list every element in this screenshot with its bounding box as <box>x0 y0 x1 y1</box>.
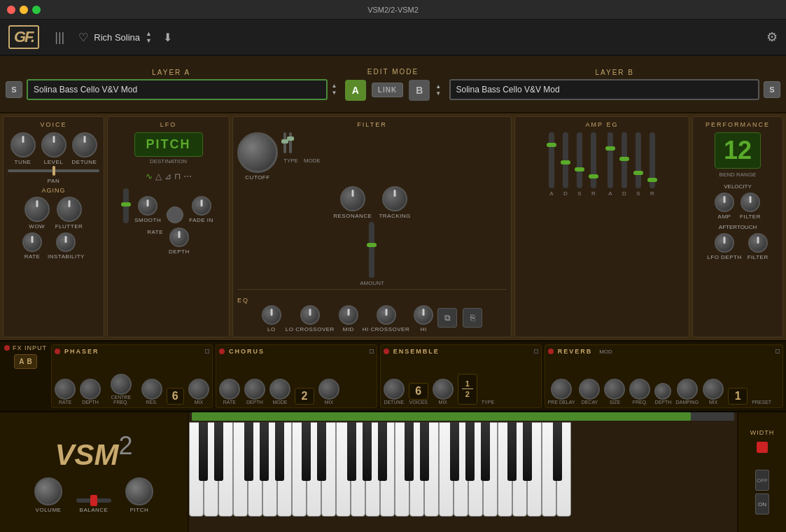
resonance-knob[interactable] <box>340 186 365 211</box>
maximize-button[interactable] <box>32 6 41 14</box>
eq-hi-knob[interactable] <box>414 305 433 325</box>
vel-amp-knob[interactable] <box>715 192 734 212</box>
off-indicator[interactable]: OFF <box>755 470 769 491</box>
key-ds1[interactable] <box>214 422 223 481</box>
key-fs4[interactable] <box>553 422 562 481</box>
edit-mode-up[interactable]: ▲ <box>435 84 441 90</box>
volume-knob[interactable] <box>34 477 62 505</box>
s1-slider[interactable] <box>577 132 582 188</box>
key-as3[interactable] <box>481 422 490 481</box>
filter-mode-slider[interactable] <box>289 132 292 153</box>
minimize-button[interactable] <box>20 6 28 14</box>
reverb-damping-knob[interactable] <box>677 379 698 400</box>
preset-nav-arrows[interactable]: ▲ ▼ <box>146 31 152 44</box>
at-filter-knob[interactable] <box>748 233 768 253</box>
filter-type-slider[interactable] <box>283 132 286 153</box>
edit-mode-ud[interactable]: ▲ ▼ <box>435 84 441 97</box>
octave-4[interactable] <box>498 422 571 527</box>
chorus-value[interactable]: 2 <box>295 388 314 405</box>
reverb-size-knob[interactable] <box>604 379 625 400</box>
eq-locross-knob[interactable] <box>300 305 320 325</box>
width-led[interactable] <box>757 442 768 453</box>
key-fs2[interactable] <box>347 422 356 481</box>
tracking-knob[interactable] <box>382 186 407 211</box>
tune-knob[interactable] <box>10 132 36 158</box>
key-as2[interactable] <box>378 422 387 481</box>
layer-a-solo-button[interactable]: S <box>6 81 22 98</box>
lfo-smooth-knob[interactable] <box>138 196 157 216</box>
lfo-depth-knob[interactable] <box>169 227 189 247</box>
key-gs2[interactable] <box>363 422 372 481</box>
octave-1[interactable] <box>189 422 292 527</box>
r1-slider[interactable] <box>591 132 596 188</box>
layer-b-preset[interactable]: Solina Bass Cello V&V Mod <box>449 79 760 100</box>
flutter-knob[interactable] <box>57 197 82 222</box>
a2-slider[interactable] <box>608 132 613 188</box>
phaser-centre-knob[interactable] <box>111 374 132 395</box>
on-indicator[interactable]: ON <box>755 493 769 514</box>
ensemble-detune-knob[interactable] <box>384 379 405 400</box>
wave-tri-button[interactable]: △ <box>155 172 162 181</box>
phaser-depth-knob[interactable] <box>80 379 101 400</box>
pan-slider[interactable] <box>8 169 99 172</box>
edit-mode-a-button[interactable]: A <box>345 80 366 101</box>
chorus-rate-knob[interactable] <box>219 379 240 400</box>
key-cs2[interactable] <box>302 422 311 481</box>
d1-slider[interactable] <box>563 132 568 188</box>
layer-a-preset[interactable]: Solina Bass Cello V&V Mod <box>27 79 328 100</box>
reverb-predelay-knob[interactable] <box>551 379 572 400</box>
chorus-depth-knob[interactable] <box>244 379 265 400</box>
eq-lo-knob[interactable] <box>262 305 281 325</box>
key-fs1[interactable] <box>244 422 253 481</box>
r2-slider[interactable] <box>650 132 655 188</box>
close-button[interactable] <box>7 6 15 14</box>
chorus-mix-knob[interactable] <box>318 379 339 400</box>
phaser-res-knob[interactable] <box>141 379 162 400</box>
at-lfo-knob[interactable] <box>715 233 734 253</box>
fx-a-button[interactable]: A <box>19 358 24 365</box>
phaser-rate-knob[interactable] <box>55 379 76 400</box>
gear-icon[interactable]: ⚙ <box>766 29 778 45</box>
piano-keys-container[interactable] <box>189 422 571 527</box>
wave-sine-button[interactable]: ∿ <box>146 172 153 181</box>
filter-amount-slider[interactable] <box>369 222 374 278</box>
pitch-range-bar[interactable] <box>192 412 734 421</box>
key-cs3[interactable] <box>405 422 414 481</box>
wave-saw-button[interactable]: ⊿ <box>164 172 171 181</box>
key-gs3[interactable] <box>465 422 475 481</box>
s2-slider[interactable] <box>636 132 641 188</box>
key-ds4[interactable] <box>523 422 532 481</box>
phaser-mode-value[interactable]: 6 <box>167 388 184 405</box>
key-ds2[interactable] <box>317 422 326 481</box>
ensemble-voices-value[interactable]: 6 <box>409 383 428 400</box>
octave-2[interactable] <box>292 422 395 527</box>
rate-knob[interactable] <box>22 232 42 252</box>
d2-slider[interactable] <box>622 132 627 188</box>
reverb-preset-value[interactable]: 1 <box>728 388 748 405</box>
fx-b-button[interactable]: B <box>27 358 32 365</box>
key-fs3[interactable] <box>450 422 459 481</box>
wave-random-button[interactable]: ⋯ <box>183 172 192 181</box>
wave-square-button[interactable]: ⊓ <box>174 172 181 181</box>
key-as1[interactable] <box>275 422 284 481</box>
key-gs1[interactable] <box>260 422 269 481</box>
link-button[interactable]: LINK <box>372 83 403 97</box>
preset-up-button[interactable]: ▲ <box>146 31 152 37</box>
a1-slider[interactable] <box>549 132 554 188</box>
heart-icon[interactable]: ♡ <box>78 31 88 44</box>
edit-mode-b-button[interactable]: B <box>409 80 430 101</box>
balance-slider[interactable] <box>76 498 111 503</box>
paste-button[interactable]: ⎘ <box>463 308 482 328</box>
layer-b-solo-button[interactable]: S <box>764 81 780 98</box>
lfo-fadein-knob[interactable] <box>192 196 211 216</box>
layer-a-preset-nav[interactable]: ▲ ▼ <box>332 83 337 96</box>
reverb-depth-knob[interactable] <box>654 383 671 400</box>
vel-filter-knob[interactable] <box>741 192 760 212</box>
lfo-rate-slider[interactable] <box>123 188 129 223</box>
wow-knob[interactable] <box>24 197 50 222</box>
instability-knob[interactable] <box>56 232 76 252</box>
edit-mode-down[interactable]: ▼ <box>435 91 441 97</box>
chorus-mode-knob[interactable] <box>269 379 290 400</box>
octave-3[interactable] <box>395 422 498 527</box>
download-icon[interactable]: ⬇ <box>163 31 172 44</box>
